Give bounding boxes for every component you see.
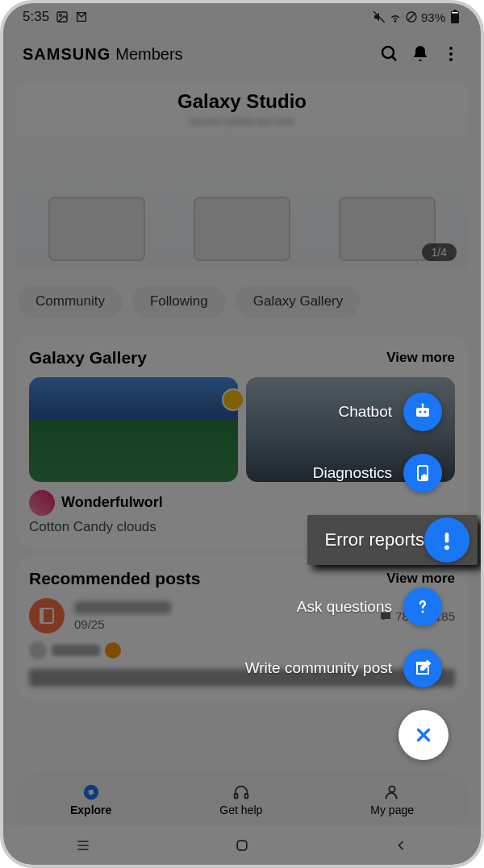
svg-rect-15	[40, 608, 44, 623]
home-button[interactable]	[232, 836, 252, 855]
brand-text: SAMSUNG	[23, 45, 111, 64]
fab-label: Diagnostics	[313, 464, 392, 482]
write-icon	[403, 649, 442, 687]
svg-point-32	[422, 611, 424, 613]
fab-label: Chatbot	[338, 403, 392, 421]
more-icon[interactable]	[440, 44, 461, 64]
svg-point-26	[422, 404, 424, 406]
svg-point-9	[382, 47, 394, 58]
fab-error-reports[interactable]: Error reports	[307, 515, 478, 565]
crown-badge-icon	[222, 388, 244, 411]
category-chips: Community Following Galaxy Gallery	[3, 276, 481, 327]
svg-line-10	[392, 56, 396, 60]
back-button[interactable]	[391, 836, 411, 855]
svg-rect-18	[244, 794, 248, 799]
fab-close[interactable]	[398, 710, 449, 760]
app-subtitle: Members	[115, 45, 182, 64]
app-title: SAMSUNG Members	[23, 45, 369, 64]
svg-point-12	[449, 52, 453, 56]
poster-avatar	[29, 642, 47, 659]
status-bar: 5:35 93%	[3, 3, 481, 31]
chip-gallery[interactable]: Galaxy Gallery	[236, 285, 361, 318]
svg-point-3	[394, 21, 395, 22]
gallery-item[interactable]: Wonderfulworl Cotton Candy clouds	[29, 377, 238, 535]
banner-page-indicator: 1/4	[422, 243, 457, 261]
question-icon	[403, 588, 442, 626]
nav-label: Explore	[70, 804, 111, 816]
bottom-nav: Explore Get help My page	[16, 773, 468, 826]
person-icon	[382, 783, 402, 802]
gallery-view-more[interactable]: View more	[386, 350, 455, 366]
battery-percent: 93%	[421, 10, 445, 24]
svg-rect-8	[452, 12, 458, 14]
svg-point-11	[449, 47, 453, 50]
close-icon	[398, 710, 449, 760]
gallery-thumb	[29, 377, 238, 482]
svg-point-31	[444, 545, 449, 550]
chip-community[interactable]: Community	[18, 285, 123, 318]
avatar-icon	[29, 490, 55, 516]
fab-write-post[interactable]: Write community post	[245, 649, 442, 687]
svg-point-28	[424, 411, 427, 413]
svg-rect-30	[445, 533, 449, 543]
fab-menu: Chatbot Diagnostics Error reports Ask qu…	[245, 392, 442, 760]
svg-point-27	[419, 411, 422, 413]
compass-icon	[81, 783, 101, 802]
svg-point-1	[60, 15, 62, 17]
svg-rect-17	[235, 794, 238, 799]
svg-rect-24	[416, 408, 429, 417]
banner-subtitle: blurred subtitle text here	[190, 116, 294, 127]
poster-name-blurred	[52, 645, 100, 656]
post-app-icon	[29, 598, 65, 633]
fab-diagnostics[interactable]: Diagnostics	[313, 454, 442, 492]
nav-label: Get help	[219, 804, 262, 816]
headset-icon	[232, 783, 251, 802]
nav-label: My page	[370, 804, 414, 816]
mute-icon	[373, 10, 386, 23]
svg-rect-23	[237, 841, 247, 850]
diagnostics-icon	[403, 454, 442, 492]
svg-rect-7	[453, 10, 457, 11]
nav-explore[interactable]: Explore	[70, 783, 111, 816]
gallery-caption: Cotton Candy clouds	[29, 519, 238, 535]
fab-chatbot[interactable]: Chatbot	[338, 392, 442, 431]
fab-label: Ask questions	[297, 598, 392, 616]
svg-point-19	[389, 787, 394, 792]
image-icon	[56, 10, 69, 23]
crown-icon	[105, 642, 121, 658]
post-title-blurred	[74, 601, 171, 614]
promo-banner[interactable]: Galaxy Studio blurred subtitle text here…	[16, 84, 468, 269]
app-header: SAMSUNG Members	[3, 31, 481, 77]
fab-label: Write community post	[245, 659, 392, 677]
fab-ask-questions[interactable]: Ask questions	[297, 588, 442, 626]
banner-artwork	[16, 148, 468, 269]
chatbot-icon	[403, 392, 442, 431]
bell-icon[interactable]	[410, 44, 431, 64]
recommended-title: Recommended posts	[29, 569, 200, 588]
gallery-author: Wonderfulworl	[29, 490, 238, 516]
battery-icon	[449, 10, 461, 23]
search-icon[interactable]	[379, 44, 400, 64]
chip-following[interactable]: Following	[132, 285, 226, 318]
gallery-title: Galaxy Gallery	[29, 348, 147, 368]
fab-label: Error reports	[325, 530, 424, 550]
svg-line-5	[408, 14, 415, 20]
banner-title: Galaxy Studio	[177, 90, 307, 113]
wifi-icon	[389, 10, 402, 23]
mail-icon	[75, 10, 88, 23]
error-icon	[424, 517, 469, 563]
no-sim-icon	[405, 10, 418, 23]
status-time: 5:35	[23, 9, 49, 25]
system-nav	[3, 826, 481, 865]
nav-get-help[interactable]: Get help	[219, 783, 262, 816]
svg-point-13	[449, 58, 453, 61]
nav-my-page[interactable]: My page	[370, 783, 414, 816]
recents-button[interactable]	[73, 836, 93, 855]
